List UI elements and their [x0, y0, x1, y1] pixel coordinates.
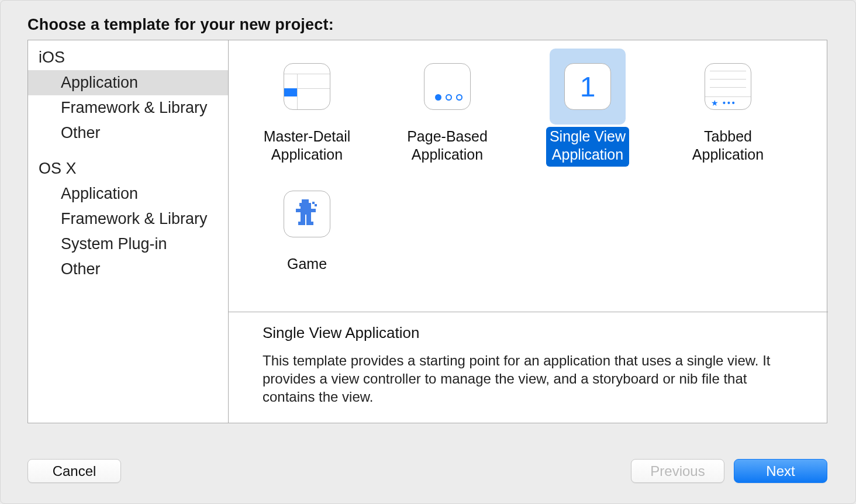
master-detail-icon — [284, 63, 330, 110]
sidebar-item-ios-framework-library[interactable]: Framework & Library — [28, 95, 228, 120]
description-body: This template provides a starting point … — [263, 351, 794, 406]
template-label: Master-Detail Application — [260, 127, 354, 167]
previous-button[interactable]: Previous — [631, 459, 724, 483]
svg-rect-4 — [301, 206, 311, 215]
sidebar-item-osx-system-plugin[interactable]: System Plug-in — [28, 232, 228, 257]
template-page-based[interactable]: Page-Based Application — [395, 49, 500, 167]
template-game[interactable]: Game — [254, 176, 360, 275]
svg-rect-6 — [311, 209, 316, 212]
svg-rect-10 — [306, 222, 313, 225]
page-based-icon — [424, 63, 471, 110]
sidebar-item-osx-other[interactable]: Other — [28, 257, 228, 282]
svg-rect-2 — [312, 202, 315, 204]
description-title: Single View Application — [263, 324, 794, 342]
sidebar-section-ios: iOS — [28, 45, 228, 70]
sidebar-item-osx-application[interactable]: Application — [28, 181, 228, 206]
template-label: Page-Based Application — [403, 127, 491, 167]
template-tabbed[interactable]: ★••• Tabbed Application — [675, 49, 781, 167]
template-label: Tabbed Application — [689, 127, 767, 167]
svg-rect-8 — [306, 215, 311, 222]
page-title: Choose a template for your new project: — [27, 16, 334, 34]
svg-rect-1 — [299, 203, 311, 206]
svg-rect-3 — [315, 204, 317, 206]
sidebar-section-osx: OS X — [28, 156, 228, 181]
sidebar-item-ios-other[interactable]: Other — [28, 120, 228, 146]
single-view-icon: 1 — [564, 63, 611, 110]
cancel-button[interactable]: Cancel — [27, 459, 121, 483]
template-single-view[interactable]: 1 Single View Application — [535, 49, 640, 167]
template-label: Game — [284, 254, 330, 275]
sidebar: iOS Application Framework & Library Othe… — [28, 40, 229, 423]
svg-rect-9 — [298, 222, 305, 225]
svg-rect-7 — [301, 215, 305, 222]
panel: iOS Application Framework & Library Othe… — [27, 40, 827, 423]
new-project-sheet: Choose a template for your new project: … — [0, 0, 856, 504]
content: Master-Detail Application Page-Based App… — [229, 40, 828, 423]
tabbed-icon: ★••• — [705, 63, 751, 110]
svg-rect-5 — [296, 209, 301, 212]
game-icon — [284, 191, 330, 237]
footer: Cancel Previous Next — [1, 447, 855, 503]
next-button[interactable]: Next — [734, 459, 827, 483]
template-grid: Master-Detail Application Page-Based App… — [229, 40, 828, 312]
svg-rect-0 — [302, 199, 309, 203]
template-description: Single View Application This template pr… — [229, 312, 828, 423]
template-label: Single View Application — [546, 127, 629, 167]
template-master-detail[interactable]: Master-Detail Application — [254, 49, 360, 167]
sidebar-item-ios-application[interactable]: Application — [28, 70, 228, 95]
sidebar-item-osx-framework-library[interactable]: Framework & Library — [28, 206, 228, 232]
